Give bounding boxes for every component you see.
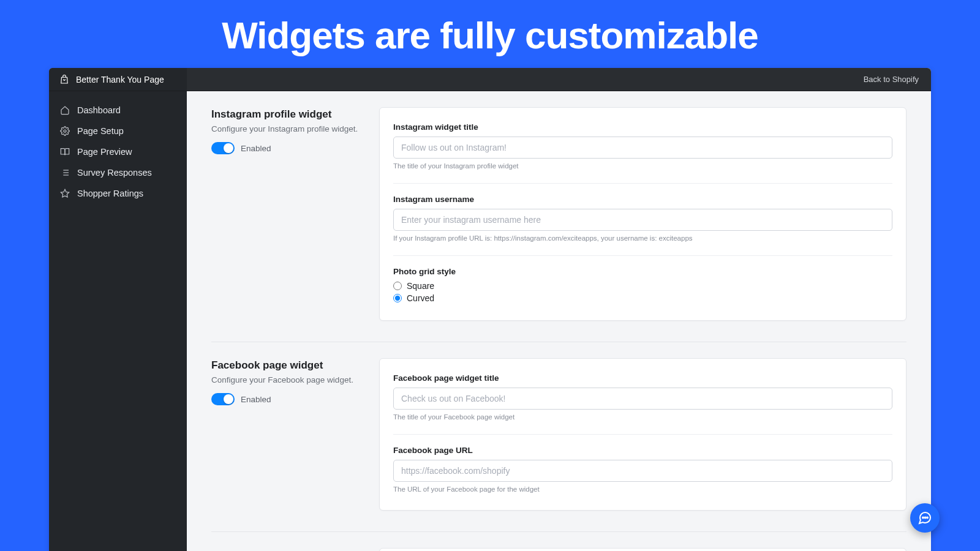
sidebar-item-label: Shopper Ratings <box>77 189 143 198</box>
hero-headline: Widgets are fully customizable <box>0 0 980 68</box>
topbar-brand: Better Thank You Page <box>49 68 187 91</box>
svg-point-9 <box>925 517 926 519</box>
helper-text: The URL of your Facebook page for the wi… <box>393 485 892 493</box>
youtube-card: Youtube video URL <box>379 548 907 551</box>
sidebar-item-survey-responses[interactable]: Survey Responses <box>49 162 187 183</box>
helper-text: If your Instagram profile URL is: https:… <box>393 234 892 242</box>
chat-button[interactable] <box>910 503 940 533</box>
sidebar-item-label: Survey Responses <box>77 168 152 178</box>
toggle-label: Enabled <box>241 395 271 404</box>
app-name: Better Thank You Page <box>76 75 164 84</box>
sidebar-item-page-preview[interactable]: Page Preview <box>49 141 187 162</box>
facebook-url-input[interactable] <box>393 460 892 482</box>
radio-square[interactable]: Square <box>393 281 892 291</box>
svg-point-8 <box>922 517 924 519</box>
instagram-card: Instagram widget title The title of your… <box>379 107 907 321</box>
section-desc: Configure your Instagram profile widget. <box>211 124 363 133</box>
sidebar: Dashboard Page Setup Page Preview Survey… <box>49 91 187 551</box>
sidebar-item-label: Dashboard <box>77 105 121 115</box>
app-window: Better Thank You Page Back to Shopify Da… <box>49 68 931 551</box>
facebook-title-input[interactable] <box>393 388 892 410</box>
sidebar-item-shopper-ratings[interactable]: Shopper Ratings <box>49 183 187 204</box>
section-facebook: Facebook page widget Configure your Face… <box>211 342 907 532</box>
helper-text: The title of your Facebook page widget <box>393 413 892 421</box>
shopping-bag-icon <box>59 74 70 85</box>
radio-curved[interactable]: Curved <box>393 293 892 303</box>
svg-point-0 <box>64 130 66 132</box>
radio-label: Curved <box>407 293 434 303</box>
chat-icon <box>918 511 932 525</box>
instagram-title-input[interactable] <box>393 137 892 159</box>
section-title: Instagram profile widget <box>211 108 363 121</box>
topbar: Better Thank You Page Back to Shopify <box>49 68 931 91</box>
radio-label: Square <box>407 281 434 291</box>
facebook-card: Facebook page widget title The title of … <box>379 358 907 511</box>
home-icon <box>60 105 70 115</box>
svg-marker-7 <box>61 189 69 197</box>
field-label: Facebook page URL <box>393 446 892 455</box>
enabled-toggle[interactable] <box>211 142 235 154</box>
list-icon <box>60 168 70 178</box>
gear-icon <box>60 126 70 136</box>
field-label: Instagram widget title <box>393 122 892 132</box>
section-youtube: Youtube video widget Configure your embe… <box>211 532 907 551</box>
field-label: Instagram username <box>393 195 892 204</box>
book-open-icon <box>60 147 70 157</box>
radio-input[interactable] <box>393 294 402 302</box>
field-label: Facebook page widget title <box>393 373 892 383</box>
radio-input[interactable] <box>393 282 402 290</box>
star-icon <box>60 189 70 198</box>
svg-point-10 <box>927 517 928 519</box>
enabled-toggle[interactable] <box>211 393 235 405</box>
section-instagram: Instagram profile widget Configure your … <box>211 91 907 342</box>
sidebar-item-dashboard[interactable]: Dashboard <box>49 100 187 121</box>
helper-text: The title of your Instagram profile widg… <box>393 162 892 170</box>
main-content: Instagram profile widget Configure your … <box>187 91 931 551</box>
sidebar-item-label: Page Preview <box>77 147 132 157</box>
sidebar-item-label: Page Setup <box>77 126 124 136</box>
section-title: Facebook page widget <box>211 359 363 372</box>
section-desc: Configure your Facebook page widget. <box>211 375 363 384</box>
field-label: Photo grid style <box>393 267 892 276</box>
sidebar-item-page-setup[interactable]: Page Setup <box>49 121 187 141</box>
back-to-shopify-link[interactable]: Back to Shopify <box>864 75 931 84</box>
toggle-label: Enabled <box>241 144 271 153</box>
instagram-username-input[interactable] <box>393 209 892 231</box>
